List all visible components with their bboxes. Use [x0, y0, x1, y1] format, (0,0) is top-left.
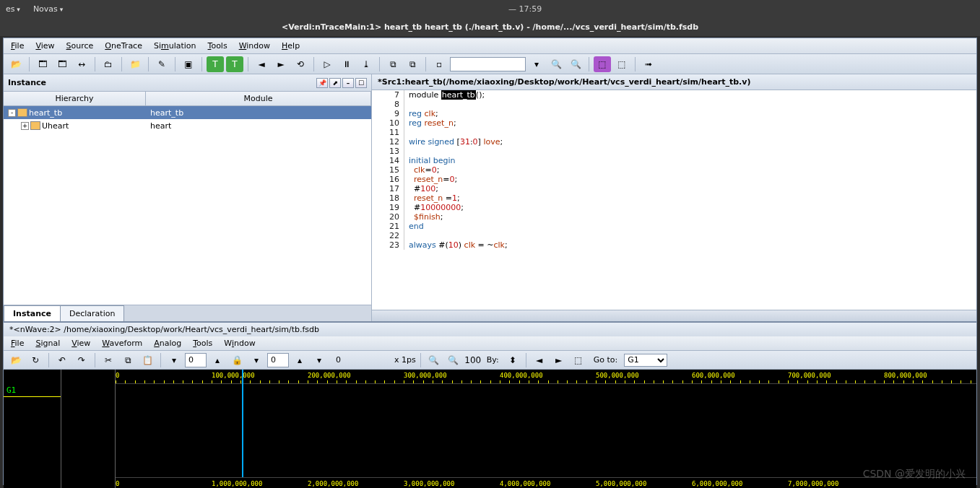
col-module[interactable]: Module — [146, 92, 371, 105]
tool-icon[interactable]: 🗔 — [53, 56, 71, 72]
tool-icon[interactable]: ▫ — [430, 56, 448, 72]
col-hierarchy[interactable]: Hierarchy — [4, 92, 146, 105]
play-icon[interactable]: ▷ — [318, 56, 336, 72]
desktop-topbar: es Novas — 17:59 — [0, 0, 980, 17]
pause-icon[interactable]: ⏸ — [338, 56, 355, 72]
search-input[interactable] — [450, 57, 526, 71]
wave-pane: *<nWave:2> /home/xiaoxing/Desktop/work/H… — [4, 321, 976, 488]
tool-icon[interactable]: ⬚ — [570, 352, 587, 368]
time-ruler-top: 0100,000,000200,000,000300,000,000400,00… — [116, 370, 976, 384]
paste-icon[interactable]: 📋 — [139, 352, 156, 368]
tree-row[interactable]: -heart_tbheart_tb — [4, 106, 371, 119]
menu-tools[interactable]: Tools — [208, 41, 227, 51]
maximize-icon[interactable]: ☐ — [355, 78, 367, 88]
last-icon[interactable]: ⟲ — [292, 56, 309, 72]
spin-down-icon[interactable]: ▾ — [311, 352, 328, 368]
redo-icon[interactable]: ↷ — [73, 352, 90, 368]
tool-icon[interactable]: 🗔 — [34, 56, 51, 72]
spin-down-icon[interactable]: ▾ — [165, 352, 183, 368]
forward-icon[interactable]: ► — [272, 56, 290, 72]
folder-icon[interactable]: 📁 — [126, 56, 144, 72]
prev-icon[interactable]: ◄ — [531, 352, 548, 368]
window-titlebar: <Verdi:nTraceMain:1> heart_tb heart_tb (… — [0, 17, 980, 36]
spin-up-icon[interactable]: ▴ — [209, 352, 226, 368]
zoom100-icon[interactable]: 100 — [464, 352, 482, 368]
wave-content: G1 0100,000,000200,000,000300,000,000400… — [4, 370, 976, 488]
goto-select[interactable]: G1 — [624, 354, 667, 367]
find-next-icon[interactable]: 🔍 — [567, 56, 584, 72]
tree-row[interactable]: +Uheartheart — [4, 119, 371, 132]
spin-value[interactable] — [185, 353, 207, 367]
spin-up-icon[interactable]: ▴ — [291, 352, 308, 368]
desktop-menu-es[interactable]: es — [6, 4, 20, 14]
wave-menubar: File Signal View Waveform Analog Tools W… — [4, 336, 976, 351]
zoomin-icon[interactable]: 🔍 — [445, 352, 462, 368]
step-icon[interactable]: ⤓ — [357, 56, 375, 72]
app-window: File View Source OneTrace Simulation Too… — [3, 38, 977, 485]
spin-value[interactable] — [267, 353, 289, 367]
menu-simulation[interactable]: Simulation — [154, 41, 196, 51]
tool-icon[interactable]: ⬚ — [613, 56, 630, 72]
wave-cursor[interactable] — [242, 370, 243, 488]
tool-icon[interactable]: ↔ — [73, 56, 90, 72]
signal-g1[interactable]: G1 — [4, 384, 61, 397]
wmenu-analog[interactable]: Analog — [154, 339, 181, 348]
instance-pane: Instance 📌 ⬈ – ☐ Hierarchy Module -heart… — [4, 74, 372, 321]
signal-column[interactable]: G1 — [4, 370, 61, 488]
edit-icon[interactable]: ✎ — [153, 56, 170, 72]
tool-green-icon[interactable]: T — [226, 56, 243, 72]
wave-toolbar: 📂 ↻ ↶ ↷ ✂ ⧉ 📋 ▾ ▴ 🔒 ▾ ▴ ▾ 0 x 1ps 🔍 🔍 10… — [4, 351, 976, 370]
copy-icon[interactable]: ⧉ — [119, 352, 136, 368]
window-title: <Verdi:nTraceMain:1> heart_tb heart_tb (… — [282, 22, 698, 32]
source-title: *Src1:heart_tb(/home/xiaoxing/Desktop/wo… — [372, 74, 976, 90]
pin-icon[interactable]: 📌 — [316, 78, 328, 88]
desktop-clock: — 17:59 — [508, 4, 542, 14]
wmenu-file[interactable]: File — [11, 339, 24, 348]
tool-icon[interactable]: 🗀 — [100, 56, 117, 72]
wmenu-waveform[interactable]: Waveform — [102, 339, 142, 348]
open-icon[interactable]: 📂 — [7, 352, 25, 368]
wave-title: *<nWave:2> /home/xiaoxing/Desktop/work/H… — [4, 323, 976, 336]
minimize-icon[interactable]: – — [342, 78, 354, 88]
tool-icon[interactable]: ▣ — [180, 56, 197, 72]
lock-icon[interactable]: 🔒 — [228, 352, 246, 368]
main-menubar: File View Source OneTrace Simulation Too… — [4, 38, 976, 54]
menu-file[interactable]: File — [11, 41, 24, 51]
code-area[interactable]: 7module heart_tb();89reg clk;10reg reset… — [372, 90, 976, 310]
undock-icon[interactable]: ⬈ — [329, 78, 341, 88]
wmenu-view[interactable]: View — [71, 339, 90, 348]
tab-declaration[interactable]: Declaration — [60, 305, 124, 321]
instance-tabs: Instance Declaration — [4, 305, 371, 321]
spin-down-icon[interactable]: ▾ — [248, 352, 265, 368]
menu-view[interactable]: View — [35, 41, 54, 51]
undo-icon[interactable]: ↶ — [53, 352, 71, 368]
tool-icon[interactable]: ➟ — [640, 56, 657, 72]
tree-body: -heart_tbheart_tb+Uheartheart — [4, 106, 371, 305]
menu-help[interactable]: Help — [282, 41, 300, 51]
cut-icon[interactable]: ✂ — [100, 352, 117, 368]
wmenu-signal[interactable]: Signal — [35, 339, 60, 348]
tab-instance[interactable]: Instance — [4, 305, 61, 321]
wmenu-window[interactable]: Window — [224, 339, 255, 348]
hscrollbar[interactable] — [372, 310, 976, 321]
menu-source[interactable]: Source — [66, 41, 94, 51]
back-icon[interactable]: ◄ — [253, 56, 270, 72]
waveform-area[interactable]: 0100,000,000200,000,000300,000,000400,00… — [116, 370, 976, 488]
paste-icon[interactable]: ⧉ — [404, 56, 421, 72]
tool-icon[interactable]: ⬚ — [594, 56, 611, 72]
menu-window[interactable]: Window — [239, 41, 270, 51]
desktop-menu-novas[interactable]: Novas — [33, 4, 63, 14]
open-icon[interactable]: 📂 — [7, 56, 25, 72]
by-label: By: — [484, 355, 502, 365]
copy-icon[interactable]: ⧉ — [384, 56, 402, 72]
tool-green-icon[interactable]: T — [207, 56, 224, 72]
value-column[interactable] — [61, 370, 116, 488]
dropdown-icon[interactable]: ▾ — [528, 56, 545, 72]
menu-onetrace[interactable]: OneTrace — [105, 41, 142, 51]
reload-icon[interactable]: ↻ — [27, 352, 44, 368]
search-icon[interactable]: 🔍 — [547, 56, 565, 72]
cursor-icon[interactable]: ⬍ — [504, 352, 521, 368]
next-icon[interactable]: ► — [550, 352, 568, 368]
zoomout-icon[interactable]: 🔍 — [425, 352, 443, 368]
wmenu-tools[interactable]: Tools — [193, 339, 212, 348]
